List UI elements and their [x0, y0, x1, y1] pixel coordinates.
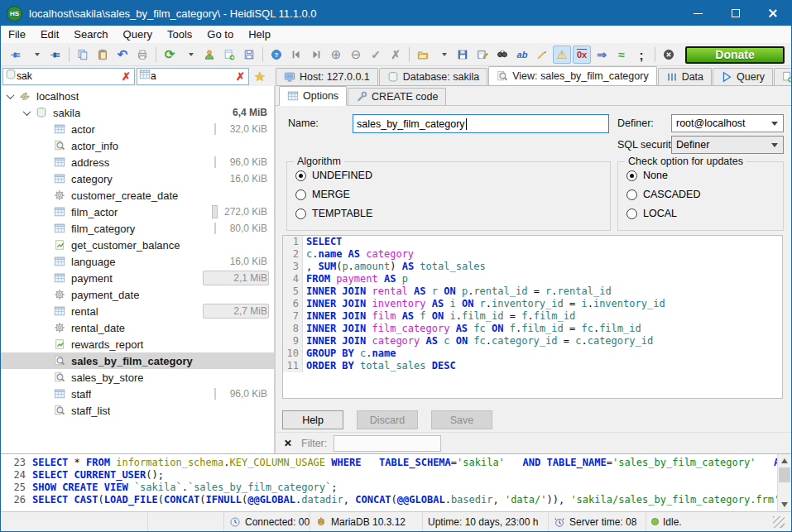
sql-log[interactable]: 23SELECT * FROM information_schema.KEY_C… — [1, 453, 791, 511]
refresh-icon[interactable]: ⟳ — [161, 46, 179, 64]
radio-none[interactable]: None — [626, 170, 783, 181]
radio-button[interactable] — [626, 170, 637, 181]
scroll-down-icon[interactable] — [781, 502, 788, 507]
maximize-button[interactable] — [717, 1, 754, 26]
radio-merge[interactable]: MERGE — [295, 189, 610, 200]
menu-item-edit[interactable]: Edit — [33, 26, 66, 42]
donate-button[interactable]: Donate — [685, 46, 785, 64]
scroll-thumb[interactable] — [779, 467, 790, 482]
tree-item-sakila[interactable]: sakila6,4 MiB — [1, 104, 274, 121]
clear-database-filter-button[interactable]: ✗ — [120, 70, 132, 83]
tree-item-rental[interactable]: rental2,7 MiB — [1, 303, 274, 319]
disconnect-icon[interactable] — [46, 46, 65, 64]
sql-security-select[interactable]: Definer — [671, 136, 784, 154]
format-code-icon[interactable] — [533, 46, 551, 64]
table-filter-input[interactable] — [151, 70, 234, 82]
close-button[interactable] — [754, 1, 791, 26]
nav-first-icon[interactable] — [287, 46, 305, 64]
hex-toggle-icon[interactable]: 0x — [573, 46, 591, 64]
subtab-create-code[interactable]: CREATE code — [348, 88, 446, 105]
radio-button[interactable] — [295, 208, 306, 219]
dropdown-caret-icon[interactable] — [26, 46, 45, 64]
tab-new[interactable] — [774, 68, 791, 85]
goto-icon[interactable]: ⇒ — [593, 46, 611, 64]
menu-item-search[interactable]: Search — [66, 26, 115, 42]
tab-host-127-0-0-1[interactable]: Host: 127.0.0.1 — [276, 68, 378, 85]
open-file-icon[interactable] — [414, 46, 432, 64]
row-insert-icon[interactable]: ⊕ — [327, 46, 345, 64]
chevron-down-icon[interactable] — [23, 108, 31, 116]
user-manager-icon[interactable] — [200, 46, 218, 64]
log-scrollbar[interactable] — [777, 454, 791, 511]
tab-data[interactable]: Data — [658, 68, 712, 85]
tab-query[interactable]: Query — [713, 68, 773, 85]
tree-item-staff_list[interactable]: staff_list — [1, 402, 274, 419]
row-delete-icon[interactable]: ⊖ — [347, 46, 365, 64]
semicolon-icon[interactable]: ; — [632, 46, 650, 64]
radio-button[interactable] — [295, 189, 306, 200]
warning-toggle-icon[interactable]: ⚠ — [553, 46, 571, 64]
tree-item-address[interactable]: address96,0 KiB — [1, 154, 274, 170]
clear-table-filter-button[interactable]: ✗ — [234, 70, 247, 83]
tree-item-actor[interactable]: actor32,0 KiB — [1, 121, 274, 137]
menu-item-help[interactable]: Help — [241, 26, 278, 42]
nav-last-icon[interactable] — [307, 46, 325, 64]
dropdown-caret-icon[interactable] — [180, 46, 199, 64]
database-filter-input[interactable] — [17, 70, 120, 82]
sql-editor[interactable]: 1SELECT2c.name AS category3, SUM(p.amoun… — [282, 235, 783, 399]
menu-item-file[interactable]: File — [1, 26, 33, 42]
menu-item-go-to[interactable]: Go to — [199, 26, 241, 42]
tab-database-sakila[interactable]: Database: sakila — [379, 68, 487, 85]
save-snippet-icon[interactable] — [240, 46, 258, 64]
menu-item-query[interactable]: Query — [116, 26, 160, 42]
save-button[interactable]: Save — [431, 410, 492, 429]
radio-local[interactable]: LOCAL — [626, 208, 783, 219]
stop-icon[interactable] — [660, 46, 678, 64]
radio-cascaded[interactable]: CASCADED — [626, 189, 783, 200]
definer-select[interactable]: root@localhost — [671, 114, 784, 132]
radio-undefined[interactable]: UNDEFINED — [295, 170, 610, 181]
tree-item-payment_date[interactable]: payment_date — [1, 286, 274, 303]
tree-item-localhost[interactable]: localhost — [1, 88, 274, 104]
radio-button[interactable] — [626, 189, 637, 200]
view-name-input[interactable]: sales_by_film_category — [353, 114, 609, 133]
dropdown-caret-icon[interactable] — [434, 46, 452, 64]
scroll-up-icon[interactable] — [781, 458, 788, 463]
print-icon[interactable] — [133, 46, 151, 64]
copy-icon[interactable] — [74, 46, 92, 64]
title-bar[interactable]: HS localhost\sakila\sales_by_film_catego… — [1, 1, 791, 26]
tree-item-sales_by_film_category[interactable]: sales_by_film_category — [1, 352, 274, 369]
tree-item-customer_create_date[interactable]: customer_create_date — [1, 187, 274, 204]
tab-view-sales-by-film-category[interactable]: View: sales_by_film_category — [488, 66, 656, 86]
undo-icon[interactable]: ↶ — [113, 46, 132, 64]
export-database-icon[interactable] — [220, 46, 238, 64]
discard-button[interactable]: Discard — [357, 410, 418, 429]
replace-icon[interactable]: ab — [513, 46, 531, 64]
radio-temptable[interactable]: TEMPTABLE — [295, 208, 610, 219]
favorites-star-icon[interactable]: ★ — [249, 67, 271, 85]
find-icon[interactable] — [493, 46, 511, 64]
chevron-down-icon[interactable] — [7, 91, 15, 99]
tree-item-sales_by_store[interactable]: sales_by_store — [1, 369, 274, 386]
session-manager-icon[interactable] — [7, 46, 25, 64]
tree-item-film_category[interactable]: film_category80,0 KiB — [1, 220, 274, 237]
radio-button[interactable] — [626, 208, 637, 219]
cancel-edit-icon[interactable]: ✗ — [386, 46, 405, 64]
help-icon[interactable]: ? — [267, 46, 286, 64]
tree-item-payment[interactable]: payment2,1 MiB — [1, 270, 274, 286]
menu-item-tools[interactable]: Tools — [160, 26, 199, 42]
reformat-icon[interactable]: ≈ — [612, 46, 631, 64]
tree-item-actor_info[interactable]: actor_info — [1, 137, 274, 154]
tree-item-staff[interactable]: staff96,0 KiB — [1, 386, 274, 402]
close-filter-icon[interactable] — [284, 439, 291, 447]
tree-item-rewards_report[interactable]: rewards_report — [1, 336, 274, 352]
filter-input[interactable] — [334, 435, 441, 452]
save-as-icon[interactable] — [473, 46, 492, 64]
tree-item-language[interactable]: language16,0 KiB — [1, 253, 274, 270]
database-tree[interactable]: localhostsakila6,4 MiBactor32,0 KiBactor… — [1, 86, 276, 453]
help-button[interactable]: Help — [282, 410, 343, 429]
tree-item-category[interactable]: category16,0 KiB — [1, 170, 274, 187]
tree-item-get_customer_balance[interactable]: get_customer_balance — [1, 237, 274, 253]
paste-icon[interactable] — [94, 46, 112, 64]
post-edit-icon[interactable]: ✓ — [367, 46, 385, 64]
